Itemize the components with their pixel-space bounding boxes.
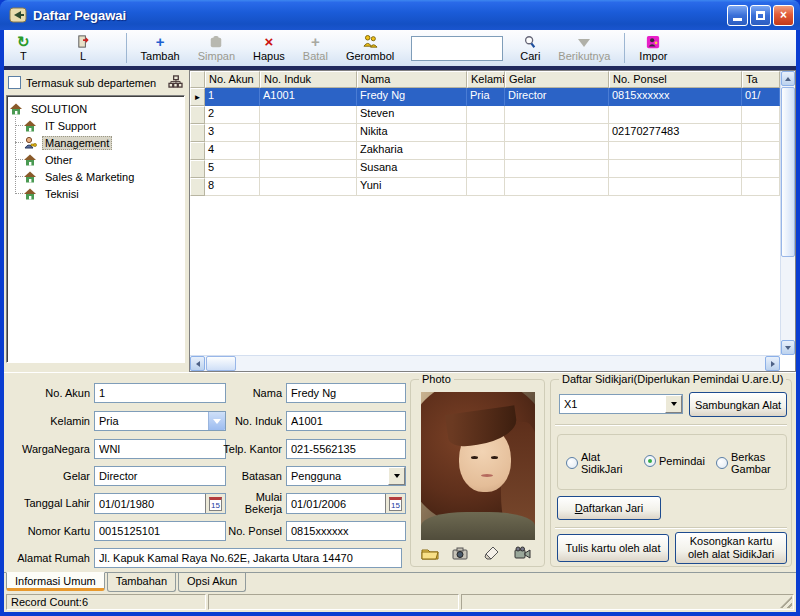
radio-berkas-gambar[interactable]: Berkas Gambar bbox=[716, 451, 777, 475]
cell[interactable]: 0815xxxxxx bbox=[609, 88, 742, 106]
alamat-rumah-field[interactable] bbox=[94, 548, 402, 568]
find-button[interactable]: Cari bbox=[511, 31, 549, 65]
nomor-kartu-field[interactable] bbox=[94, 521, 226, 541]
gelar-field[interactable] bbox=[94, 466, 226, 486]
next-button[interactable]: Berikutnya bbox=[549, 31, 619, 65]
add-button[interactable]: + Tambah bbox=[132, 31, 189, 65]
cell[interactable] bbox=[609, 160, 742, 178]
import-button[interactable]: Impor bbox=[630, 31, 676, 65]
tanggal-lahir-input[interactable] bbox=[95, 494, 205, 513]
table-row[interactable]: 4 Zakharia bbox=[190, 142, 780, 160]
calendar-picker-icon[interactable]: 15 bbox=[385, 494, 405, 513]
table-row[interactable]: 3 Nikita 02170277483 bbox=[190, 124, 780, 142]
scroll-left-button[interactable] bbox=[190, 356, 205, 371]
horizontal-scroll-thumb[interactable] bbox=[206, 356, 236, 371]
telp-kantor-field[interactable] bbox=[286, 439, 406, 459]
device-select[interactable]: X1 bbox=[559, 394, 683, 414]
cell[interactable]: Yuni bbox=[357, 178, 467, 196]
save-button[interactable]: Simpan bbox=[189, 31, 244, 65]
column-header[interactable]: No. Akun bbox=[205, 71, 260, 88]
cell[interactable]: 1 bbox=[205, 88, 260, 106]
column-header[interactable]: No. Ponsel bbox=[609, 71, 742, 88]
cell[interactable] bbox=[609, 178, 742, 196]
cell[interactable] bbox=[467, 160, 505, 178]
horizontal-scrollbar[interactable] bbox=[190, 355, 780, 371]
no-akun-field[interactable] bbox=[94, 383, 226, 403]
column-header[interactable]: Kelamin bbox=[467, 71, 505, 88]
cell[interactable] bbox=[742, 160, 780, 178]
cell[interactable] bbox=[742, 124, 780, 142]
cell[interactable] bbox=[467, 178, 505, 196]
scroll-down-button[interactable] bbox=[781, 340, 795, 355]
write-card-button[interactable]: Tulis kartu oleh alat bbox=[557, 534, 669, 562]
cell[interactable]: 3 bbox=[205, 124, 260, 142]
logout-button[interactable]: L bbox=[67, 31, 100, 65]
no-induk-field[interactable] bbox=[286, 411, 406, 431]
cell[interactable] bbox=[609, 106, 742, 124]
cell[interactable] bbox=[467, 142, 505, 160]
cell[interactable] bbox=[467, 124, 505, 142]
cell[interactable] bbox=[505, 160, 609, 178]
cell[interactable] bbox=[505, 106, 609, 124]
cell[interactable]: A1001 bbox=[260, 88, 357, 106]
tree-item-management[interactable]: Management bbox=[23, 134, 182, 151]
camera-icon[interactable] bbox=[452, 546, 470, 562]
eraser-icon[interactable] bbox=[483, 546, 501, 562]
dropdown-arrow-icon[interactable] bbox=[388, 467, 405, 485]
scroll-up-button[interactable] bbox=[781, 71, 795, 86]
column-header[interactable]: Nama bbox=[357, 71, 467, 88]
vertical-scroll-thumb[interactable] bbox=[781, 87, 795, 257]
cell[interactable] bbox=[742, 178, 780, 196]
cell[interactable] bbox=[609, 142, 742, 160]
tab-informasi-umum[interactable]: Informasi Umum bbox=[6, 572, 105, 591]
table-row[interactable]: 2 Steven bbox=[190, 106, 780, 124]
column-header[interactable]: Gelar bbox=[505, 71, 609, 88]
kelamin-select[interactable]: Pria bbox=[94, 411, 226, 431]
tab-tambahan[interactable]: Tambahan bbox=[107, 573, 176, 592]
minimize-button[interactable] bbox=[727, 5, 748, 26]
dropdown-arrow-icon[interactable] bbox=[665, 395, 682, 413]
cell[interactable] bbox=[505, 124, 609, 142]
no-ponsel-field[interactable] bbox=[286, 521, 406, 541]
group-button[interactable]: Gerombol bbox=[337, 31, 403, 65]
cell[interactable] bbox=[260, 106, 357, 124]
cell[interactable] bbox=[742, 142, 780, 160]
tab-opsi-akun[interactable]: Opsi Akun bbox=[178, 573, 246, 592]
register-finger-button[interactable]: Daftarkan Jari bbox=[557, 496, 661, 520]
tanggal-lahir-field[interactable]: 15 bbox=[94, 493, 226, 514]
cell[interactable]: 2 bbox=[205, 106, 260, 124]
tree-item-it-support[interactable]: IT Support bbox=[23, 117, 182, 134]
refresh-button[interactable]: ↻ T bbox=[8, 31, 39, 65]
warga-negara-field[interactable] bbox=[94, 439, 226, 459]
cell[interactable]: Pria bbox=[467, 88, 505, 106]
column-header[interactable]: No. Induk bbox=[260, 71, 357, 88]
cell[interactable]: Steven bbox=[357, 106, 467, 124]
connect-device-button[interactable]: Sambungkan Alat bbox=[689, 392, 787, 417]
nama-field[interactable] bbox=[286, 383, 406, 403]
department-hierarchy-icon[interactable] bbox=[168, 75, 183, 90]
search-input[interactable] bbox=[411, 36, 503, 61]
tree-root-solution[interactable]: SOLUTION bbox=[9, 100, 182, 117]
tree-item-teknisi[interactable]: Teknisi bbox=[23, 185, 182, 202]
table-row[interactable]: 8 Yuni bbox=[190, 178, 780, 196]
cell[interactable]: Zakharia bbox=[357, 142, 467, 160]
cell[interactable]: 5 bbox=[205, 160, 260, 178]
cell[interactable] bbox=[742, 106, 780, 124]
cell[interactable]: 8 bbox=[205, 178, 260, 196]
cell[interactable]: Nikita bbox=[357, 124, 467, 142]
cell[interactable] bbox=[467, 106, 505, 124]
clear-card-button[interactable]: Kosongkan kartu oleh alat SidikJari bbox=[675, 532, 787, 564]
delete-button[interactable]: × Hapus bbox=[244, 31, 294, 65]
vertical-scrollbar[interactable] bbox=[780, 71, 795, 355]
tree-item-sales-marketing[interactable]: Sales & Marketing bbox=[23, 168, 182, 185]
scroll-right-button[interactable] bbox=[765, 356, 780, 371]
batasan-select[interactable]: Pengguna bbox=[286, 466, 406, 486]
cell[interactable]: Director bbox=[505, 88, 609, 106]
cell[interactable] bbox=[260, 124, 357, 142]
radio-alat-sidikjari[interactable]: Alat SidikJari bbox=[566, 451, 631, 475]
cell[interactable] bbox=[260, 142, 357, 160]
resize-grip[interactable] bbox=[780, 596, 792, 608]
cancel-button[interactable]: + Batal bbox=[294, 31, 337, 65]
cell[interactable] bbox=[505, 142, 609, 160]
maximize-button[interactable] bbox=[750, 5, 771, 26]
